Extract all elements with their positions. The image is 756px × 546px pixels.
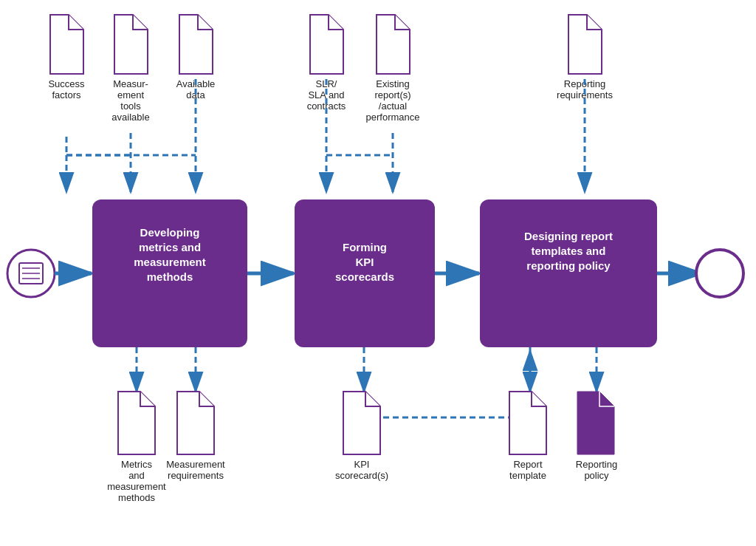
label-reporting-policy: Reporting xyxy=(576,459,617,470)
label-metrics-methods4: methods xyxy=(118,492,155,503)
start-node xyxy=(7,250,55,297)
svg-text:metrics and: metrics and xyxy=(139,241,201,253)
svg-text:Forming: Forming xyxy=(343,241,387,253)
label-measurement-tools2: ement xyxy=(117,89,145,100)
process-developing: Developing metrics and measurement metho… xyxy=(92,199,247,347)
svg-text:methods: methods xyxy=(147,270,193,283)
doc-metrics-methods xyxy=(118,392,155,454)
label-measurement-tools4: available xyxy=(111,112,149,123)
doc-report-template xyxy=(509,392,546,454)
doc-slr-sla xyxy=(310,15,343,74)
doc-measurement-tools xyxy=(114,15,148,74)
label-measurement-tools: Measur- xyxy=(113,78,148,89)
label-meas-req2: requirements xyxy=(168,470,224,481)
end-node xyxy=(696,250,743,297)
label-existing-reports3: /actual xyxy=(379,100,407,112)
svg-point-35 xyxy=(696,250,743,297)
label-report-template: Report xyxy=(513,459,542,470)
doc-meas-req xyxy=(177,392,214,454)
svg-text:templates and: templates and xyxy=(532,245,606,257)
label-meas-req: Measurement xyxy=(166,459,225,470)
diagram: Success factors Measur- ement tools avai… xyxy=(0,0,756,546)
svg-text:Developing: Developing xyxy=(140,226,200,239)
label-kpi-scorecard2: scorecard(s) xyxy=(335,470,388,481)
svg-text:Designing report: Designing report xyxy=(524,230,613,242)
svg-text:KPI: KPI xyxy=(355,256,374,268)
label-success-factors: Success xyxy=(48,78,85,89)
label-measurement-tools3: tools xyxy=(120,100,141,112)
doc-reporting-req xyxy=(568,15,602,74)
doc-reporting-policy xyxy=(577,392,614,454)
svg-text:reporting policy: reporting policy xyxy=(526,259,611,272)
label-existing-reports: Existing xyxy=(376,78,410,89)
label-metrics-methods3: measurement xyxy=(107,481,166,492)
label-metrics-methods: Metrics xyxy=(121,459,152,470)
doc-existing-reports xyxy=(377,15,410,74)
label-metrics-methods2: and xyxy=(128,470,145,481)
label-existing-reports4: performance xyxy=(366,112,420,123)
svg-rect-30 xyxy=(480,199,657,347)
doc-kpi-scorecard xyxy=(343,392,380,454)
label-success-factors2: factors xyxy=(52,89,81,100)
label-report-template2: template xyxy=(509,470,546,481)
doc-success-factors xyxy=(50,15,83,74)
label-reporting-policy2: policy xyxy=(584,470,609,481)
process-designing: Designing report templates and reporting… xyxy=(480,199,657,347)
svg-text:scorecards: scorecards xyxy=(335,270,394,283)
process-forming: Forming KPI scorecards xyxy=(295,199,435,347)
label-kpi-scorecard: KPI xyxy=(354,459,370,470)
doc-available-data xyxy=(179,15,213,74)
svg-text:measurement: measurement xyxy=(134,256,206,268)
label-existing-reports2: report(s) xyxy=(374,89,410,100)
